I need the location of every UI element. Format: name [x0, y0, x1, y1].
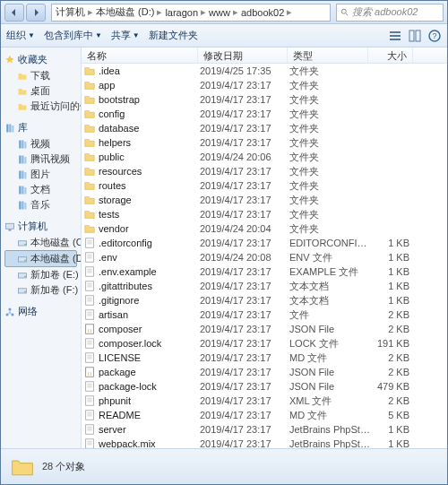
table-row[interactable]: routes2019/4/17 23:17文件夹 — [82, 178, 447, 193]
col-date[interactable]: 修改日期 — [198, 48, 288, 63]
table-row[interactable]: helpers2019/4/17 23:17文件夹 — [82, 135, 447, 150]
table-row[interactable]: storage2019/4/17 23:17文件夹 — [82, 193, 447, 207]
svg-rect-2 — [390, 31, 401, 33]
svg-rect-12 — [19, 140, 21, 148]
svg-rect-56 — [86, 296, 94, 306]
svg-rect-3 — [390, 35, 401, 37]
nav-back-button[interactable] — [4, 4, 24, 22]
file-date: 2019/4/17 23:17 — [200, 238, 289, 248]
sidebar-item[interactable]: 音乐 — [4, 197, 77, 212]
file-type: MD 文件 — [289, 409, 370, 422]
svg-rect-60 — [86, 310, 94, 320]
table-row[interactable]: config2019/4/17 23:17文件夹 — [82, 107, 447, 121]
file-name: .env — [99, 252, 200, 263]
file-type: 文件夹 — [289, 165, 370, 178]
table-row[interactable]: { }package2019/4/17 23:17JSON File2 KB — [82, 365, 447, 379]
chevron-right-icon: ▸ — [157, 6, 162, 18]
file-type: 文本文档 — [289, 280, 370, 293]
sidebar-group-head[interactable]: 库 — [4, 121, 77, 134]
breadcrumb[interactable]: 计算机▸本地磁盘 (D:)▸laragon▸www▸adbook02▸ — [51, 4, 331, 22]
table-row[interactable]: .idea2019/4/25 17:35文件夹 — [82, 64, 447, 78]
nav-forward-button[interactable] — [26, 4, 46, 22]
table-row[interactable]: package-lock2019/4/17 23:17JSON File479 … — [82, 379, 447, 394]
file-date: 2019/4/17 23:17 — [200, 137, 289, 148]
col-name[interactable]: 名称 — [82, 48, 198, 63]
file-size: 2 KB — [370, 324, 415, 334]
table-row[interactable]: webpack.mix2019/4/17 23:17JetBrains PhpS… — [82, 437, 447, 448]
file-date: 2019/4/17 23:17 — [200, 123, 289, 134]
sidebar-item[interactable]: 视频 — [4, 136, 77, 152]
newfolder-button[interactable]: 新建文件夹 — [149, 29, 198, 42]
table-row[interactable]: app2019/4/17 23:17文件夹 — [82, 78, 447, 92]
sidebar-item[interactable]: 图片 — [4, 167, 77, 182]
view-icon[interactable] — [388, 29, 402, 43]
file-type: 文件夹 — [289, 79, 370, 92]
search-input[interactable]: 搜索 adbook02 — [336, 4, 444, 22]
file-size: 479 KB — [370, 381, 415, 392]
svg-rect-6 — [416, 30, 420, 41]
sidebar-item[interactable]: 新加卷 (E:) — [4, 267, 77, 282]
table-row[interactable]: resources2019/4/17 23:17文件夹 — [82, 164, 447, 178]
file-name: .gitignore — [99, 295, 200, 306]
file-name: README — [99, 410, 200, 420]
table-row[interactable]: phpunit2019/4/17 23:17XML 文件2 KB — [82, 394, 447, 408]
table-row[interactable]: LICENSE2019/4/17 23:17MD 文件2 KB — [82, 351, 447, 365]
sidebar-item[interactable]: 最近访问的位置 — [4, 99, 77, 114]
file-date: 2019/4/17 23:17 — [200, 166, 289, 177]
sidebar-item[interactable]: 桌面 — [4, 83, 77, 99]
breadcrumb-segment[interactable]: 本地磁盘 (D:) — [96, 5, 154, 19]
file-type: 文件夹 — [289, 151, 370, 164]
file-pane: 名称 修改日期 类型 大小 .idea2019/4/25 17:35文件夹app… — [82, 48, 447, 448]
svg-rect-5 — [409, 30, 414, 41]
sidebar-group-head[interactable]: 网络 — [4, 305, 77, 318]
col-type[interactable]: 类型 — [288, 48, 368, 63]
sidebar-item[interactable]: 下载 — [4, 68, 77, 83]
table-row[interactable]: server2019/4/17 23:17JetBrains PhpSto...… — [82, 422, 447, 437]
svg-rect-76 — [86, 382, 94, 392]
breadcrumb-segment[interactable]: laragon — [165, 7, 198, 18]
svg-rect-92 — [86, 439, 94, 448]
breadcrumb-segment[interactable]: adbook02 — [241, 7, 284, 18]
file-type: 文件夹 — [289, 122, 370, 135]
include-menu[interactable]: 包含到库中▼ — [44, 29, 102, 42]
preview-icon[interactable] — [408, 29, 422, 43]
table-row[interactable]: .gitattributes2019/4/17 23:17文本文档1 KB — [82, 279, 447, 293]
svg-rect-13 — [22, 140, 23, 148]
table-row[interactable]: bootstrap2019/4/17 23:17文件夹 — [82, 92, 447, 107]
file-name: app — [99, 80, 200, 91]
organize-menu[interactable]: 组织▼ — [6, 29, 35, 42]
sidebar-item[interactable]: 本地磁盘 (D:) — [4, 250, 77, 267]
table-row[interactable]: artisan2019/4/17 23:17文件2 KB — [82, 307, 447, 322]
file-date: 2019/4/17 23:17 — [200, 295, 289, 306]
file-size: 2 KB — [370, 352, 415, 363]
table-row[interactable]: .editorconfig2019/4/17 23:17EDITORCONFIG… — [82, 236, 447, 250]
sidebar-item[interactable]: 本地磁盘 (C:) — [4, 235, 77, 250]
breadcrumb-segment[interactable]: www — [209, 7, 230, 18]
sidebar-item[interactable]: 文档 — [4, 182, 77, 197]
table-row[interactable]: README2019/4/17 23:17MD 文件5 KB — [82, 408, 447, 422]
table-row[interactable]: { }composer2019/4/17 23:17JSON File2 KB — [82, 322, 447, 336]
help-icon[interactable]: ? — [427, 29, 442, 43]
sidebar-item[interactable]: 新加卷 (F:) — [4, 282, 77, 298]
table-row[interactable]: database2019/4/17 23:17文件夹 — [82, 121, 447, 135]
svg-rect-44 — [86, 253, 94, 263]
share-menu[interactable]: 共享▼ — [111, 29, 140, 42]
file-date: 2019/4/17 23:17 — [200, 309, 289, 320]
table-row[interactable]: .gitignore2019/4/17 23:17文本文档1 KB — [82, 293, 447, 307]
breadcrumb-segment[interactable]: 计算机 — [56, 5, 85, 19]
table-row[interactable]: vendor2019/4/24 20:04文件夹 — [82, 221, 447, 236]
file-name: database — [99, 123, 200, 134]
file-name: LICENSE — [99, 352, 200, 363]
file-date: 2019/4/17 23:17 — [200, 352, 289, 363]
table-row[interactable]: tests2019/4/17 23:17文件夹 — [82, 207, 447, 221]
col-size[interactable]: 大小 — [368, 48, 413, 63]
explorer-window: 计算机▸本地磁盘 (D:)▸laragon▸www▸adbook02▸ 搜索 a… — [0, 0, 448, 485]
file-date: 2019/4/17 23:17 — [200, 80, 289, 91]
table-row[interactable]: .env.example2019/4/17 23:17EXAMPLE 文件1 K… — [82, 264, 447, 279]
table-row[interactable]: public2019/4/24 20:06文件夹 — [82, 150, 447, 164]
table-row[interactable]: composer.lock2019/4/17 23:17LOCK 文件191 K… — [82, 336, 447, 351]
sidebar-group-head[interactable]: 收藏夹 — [4, 53, 77, 66]
sidebar-group-head[interactable]: 计算机 — [4, 220, 77, 233]
table-row[interactable]: .env2019/4/24 20:08ENV 文件1 KB — [82, 250, 447, 264]
sidebar-item[interactable]: 腾讯视频 — [4, 152, 77, 167]
